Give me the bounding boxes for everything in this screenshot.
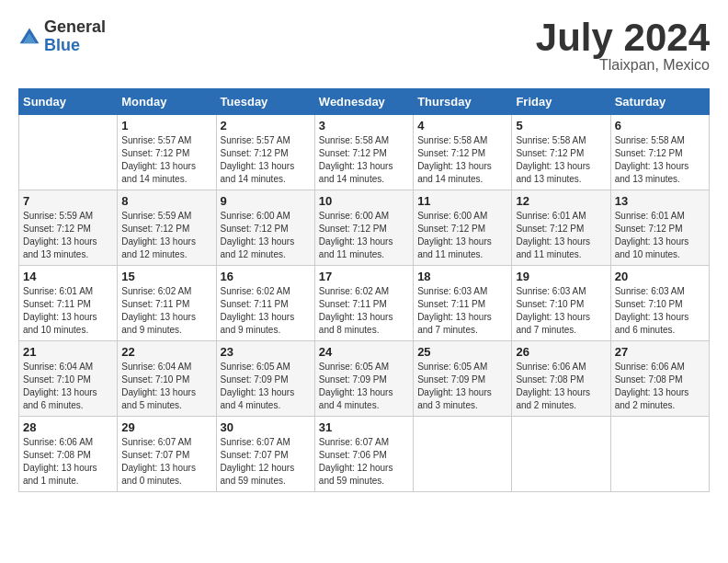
day-number: 2 (221, 119, 311, 132)
day-number: 13 (615, 194, 705, 208)
day-number: 29 (121, 420, 211, 434)
calendar-week-2: 7Sunrise: 5:59 AMSunset: 7:12 PMDaylight… (19, 190, 710, 266)
day-number: 17 (319, 270, 409, 283)
calendar-cell: 20Sunrise: 6:03 AMSunset: 7:10 PMDayligh… (610, 266, 709, 341)
day-number: 7 (23, 194, 113, 208)
day-info: Sunrise: 6:00 AMSunset: 7:12 PMDaylight:… (221, 210, 311, 261)
day-number: 18 (417, 270, 507, 283)
day-info: Sunrise: 6:06 AMSunset: 7:08 PMDaylight:… (516, 361, 606, 412)
calendar-table: SundayMondayTuesdayWednesdayThursdayFrid… (18, 88, 710, 492)
day-info: Sunrise: 5:58 AMSunset: 7:12 PMDaylight:… (516, 134, 606, 186)
weekday-header-friday: Friday (512, 89, 610, 115)
day-info: Sunrise: 6:02 AMSunset: 7:11 PMDaylight:… (121, 285, 211, 337)
weekday-header-tuesday: Tuesday (216, 89, 314, 115)
day-number: 15 (121, 270, 211, 283)
day-info: Sunrise: 6:04 AMSunset: 7:10 PMDaylight:… (121, 361, 211, 412)
logo: General Blue (18, 18, 106, 55)
calendar-cell: 5Sunrise: 5:58 AMSunset: 7:12 PMDaylight… (512, 115, 610, 190)
day-info: Sunrise: 5:59 AMSunset: 7:12 PMDaylight:… (121, 210, 211, 261)
day-info: Sunrise: 6:07 AMSunset: 7:06 PMDaylight:… (319, 436, 409, 488)
day-info: Sunrise: 6:07 AMSunset: 7:07 PMDaylight:… (121, 436, 211, 488)
calendar-week-3: 14Sunrise: 6:01 AMSunset: 7:11 PMDayligh… (19, 266, 710, 341)
day-info: Sunrise: 6:03 AMSunset: 7:10 PMDaylight:… (516, 285, 606, 337)
day-number: 22 (121, 345, 211, 359)
day-info: Sunrise: 5:58 AMSunset: 7:12 PMDaylight:… (417, 134, 507, 186)
day-number: 3 (319, 119, 409, 132)
calendar-cell: 7Sunrise: 5:59 AMSunset: 7:12 PMDaylight… (19, 190, 118, 266)
calendar-cell: 27Sunrise: 6:06 AMSunset: 7:08 PMDayligh… (610, 341, 709, 417)
day-info: Sunrise: 6:05 AMSunset: 7:09 PMDaylight:… (417, 361, 507, 412)
day-info: Sunrise: 6:01 AMSunset: 7:12 PMDaylight:… (615, 210, 705, 261)
logo-blue: Blue (44, 37, 106, 55)
day-number: 25 (417, 345, 507, 359)
day-info: Sunrise: 6:01 AMSunset: 7:12 PMDaylight:… (516, 210, 606, 261)
logo-text: General Blue (44, 18, 106, 55)
day-info: Sunrise: 5:58 AMSunset: 7:12 PMDaylight:… (615, 134, 705, 186)
calendar-cell: 6Sunrise: 5:58 AMSunset: 7:12 PMDaylight… (610, 115, 709, 190)
calendar-cell: 19Sunrise: 6:03 AMSunset: 7:10 PMDayligh… (512, 266, 610, 341)
title-location: Tlaixpan, Mexico (536, 57, 710, 74)
day-info: Sunrise: 6:05 AMSunset: 7:09 PMDaylight:… (221, 361, 311, 412)
calendar-cell: 14Sunrise: 6:01 AMSunset: 7:11 PMDayligh… (19, 266, 118, 341)
day-info: Sunrise: 6:06 AMSunset: 7:08 PMDaylight:… (23, 436, 113, 488)
calendar-cell: 18Sunrise: 6:03 AMSunset: 7:11 PMDayligh… (414, 266, 512, 341)
logo-icon (18, 26, 40, 48)
calendar-cell: 26Sunrise: 6:06 AMSunset: 7:08 PMDayligh… (512, 341, 610, 417)
day-info: Sunrise: 6:01 AMSunset: 7:11 PMDaylight:… (23, 285, 113, 337)
calendar-cell: 21Sunrise: 6:04 AMSunset: 7:10 PMDayligh… (19, 341, 118, 417)
day-info: Sunrise: 6:00 AMSunset: 7:12 PMDaylight:… (417, 210, 507, 261)
day-number: 26 (516, 345, 606, 359)
calendar-cell: 1Sunrise: 5:57 AMSunset: 7:12 PMDaylight… (118, 115, 216, 190)
calendar-cell (19, 115, 118, 190)
day-number: 1 (121, 119, 211, 132)
calendar-cell: 25Sunrise: 6:05 AMSunset: 7:09 PMDayligh… (414, 341, 512, 417)
calendar-week-4: 21Sunrise: 6:04 AMSunset: 7:10 PMDayligh… (19, 341, 710, 417)
calendar-cell: 23Sunrise: 6:05 AMSunset: 7:09 PMDayligh… (216, 341, 314, 417)
day-info: Sunrise: 6:05 AMSunset: 7:09 PMDaylight:… (319, 361, 409, 412)
day-number: 31 (319, 420, 409, 434)
weekday-header-row: SundayMondayTuesdayWednesdayThursdayFrid… (19, 89, 710, 115)
weekday-header-wednesday: Wednesday (314, 89, 413, 115)
day-number: 19 (516, 270, 606, 283)
calendar-cell: 31Sunrise: 6:07 AMSunset: 7:06 PMDayligh… (314, 417, 413, 492)
day-number: 20 (615, 270, 705, 283)
page-header: General Blue July 2024 Tlaixpan, Mexico (18, 18, 710, 74)
day-info: Sunrise: 6:03 AMSunset: 7:11 PMDaylight:… (417, 285, 507, 337)
logo-general: General (44, 18, 106, 37)
calendar-week-1: 1Sunrise: 5:57 AMSunset: 7:12 PMDaylight… (19, 115, 710, 190)
day-info: Sunrise: 6:07 AMSunset: 7:07 PMDaylight:… (221, 436, 311, 488)
calendar-cell: 15Sunrise: 6:02 AMSunset: 7:11 PMDayligh… (118, 266, 216, 341)
calendar-cell: 11Sunrise: 6:00 AMSunset: 7:12 PMDayligh… (414, 190, 512, 266)
day-number: 24 (319, 345, 409, 359)
calendar-cell: 30Sunrise: 6:07 AMSunset: 7:07 PMDayligh… (216, 417, 314, 492)
day-number: 30 (221, 420, 311, 434)
calendar-cell: 2Sunrise: 5:57 AMSunset: 7:12 PMDaylight… (216, 115, 314, 190)
calendar-cell: 28Sunrise: 6:06 AMSunset: 7:08 PMDayligh… (19, 417, 118, 492)
day-number: 4 (417, 119, 507, 132)
day-info: Sunrise: 5:57 AMSunset: 7:12 PMDaylight:… (221, 134, 311, 186)
day-info: Sunrise: 6:00 AMSunset: 7:12 PMDaylight:… (319, 210, 409, 261)
day-info: Sunrise: 6:03 AMSunset: 7:10 PMDaylight:… (615, 285, 705, 337)
day-number: 27 (615, 345, 705, 359)
calendar-cell (610, 417, 709, 492)
calendar-cell: 24Sunrise: 6:05 AMSunset: 7:09 PMDayligh… (314, 341, 413, 417)
day-number: 11 (417, 194, 507, 208)
day-info: Sunrise: 6:02 AMSunset: 7:11 PMDaylight:… (221, 285, 311, 337)
day-number: 14 (23, 270, 113, 283)
day-number: 10 (319, 194, 409, 208)
day-number: 5 (516, 119, 606, 132)
day-number: 21 (23, 345, 113, 359)
calendar-cell (414, 417, 512, 492)
calendar-cell: 16Sunrise: 6:02 AMSunset: 7:11 PMDayligh… (216, 266, 314, 341)
day-number: 28 (23, 420, 113, 434)
day-info: Sunrise: 6:04 AMSunset: 7:10 PMDaylight:… (23, 361, 113, 412)
calendar-cell: 29Sunrise: 6:07 AMSunset: 7:07 PMDayligh… (118, 417, 216, 492)
day-number: 9 (221, 194, 311, 208)
day-info: Sunrise: 5:59 AMSunset: 7:12 PMDaylight:… (23, 210, 113, 261)
calendar-cell (512, 417, 610, 492)
title-month: July 2024 (536, 18, 710, 57)
calendar-cell: 17Sunrise: 6:02 AMSunset: 7:11 PMDayligh… (314, 266, 413, 341)
calendar-cell: 13Sunrise: 6:01 AMSunset: 7:12 PMDayligh… (610, 190, 709, 266)
day-number: 12 (516, 194, 606, 208)
calendar-cell: 3Sunrise: 5:58 AMSunset: 7:12 PMDaylight… (314, 115, 413, 190)
